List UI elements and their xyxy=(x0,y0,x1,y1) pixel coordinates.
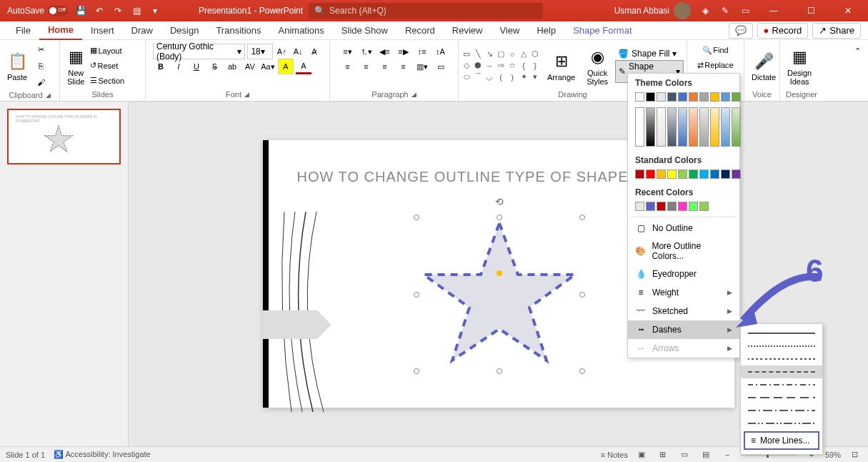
handle-bl[interactable] xyxy=(414,368,419,374)
color-shade-column[interactable] xyxy=(646,107,655,147)
handle-mr[interactable] xyxy=(579,292,585,298)
color-swatch[interactable] xyxy=(667,92,677,102)
user-account[interactable]: Usman Abbasi xyxy=(614,2,691,19)
tab-slideshow[interactable]: Slide Show xyxy=(333,21,396,40)
line-spacing-button[interactable]: ↕≡ xyxy=(414,44,430,59)
handle-tr[interactable] xyxy=(579,215,585,220)
qat-more-icon[interactable]: ▾ xyxy=(149,5,161,16)
case-button[interactable]: Aa▾ xyxy=(260,59,276,74)
format-painter[interactable]: 🖌 xyxy=(33,74,49,90)
color-shade-column[interactable] xyxy=(721,107,730,147)
arrows-item[interactable]: ↔Arrows▶ xyxy=(628,339,739,358)
design-ideas-button[interactable]: ▦Design Ideas xyxy=(783,43,816,89)
text-direction-button[interactable]: ↕A xyxy=(433,44,449,59)
find-button[interactable]: 🔍 Find xyxy=(702,43,728,57)
search-input[interactable]: 🔍 Search (Alt+Q) xyxy=(309,3,543,19)
arrange-button[interactable]: ⊞Arrange xyxy=(543,43,579,89)
dashes-item[interactable]: ┅Dashes▶ xyxy=(628,320,739,339)
color-swatch[interactable] xyxy=(732,169,741,179)
convert-smartart-button[interactable]: ▭ xyxy=(433,59,449,74)
color-swatch[interactable] xyxy=(667,169,677,179)
color-swatch[interactable] xyxy=(710,92,719,102)
star-shape-selection[interactable]: ⟲ xyxy=(416,217,582,371)
share-button[interactable]: ↗ Share xyxy=(812,23,861,39)
color-swatch[interactable] xyxy=(646,202,655,211)
spacing-button[interactable]: AV xyxy=(242,59,258,74)
color-shade-column[interactable] xyxy=(657,107,666,147)
color-shade-column[interactable] xyxy=(699,107,709,147)
tab-home[interactable]: Home xyxy=(39,21,82,40)
diamond-icon[interactable]: ◈ xyxy=(699,5,711,16)
handle-tl[interactable] xyxy=(414,215,419,220)
color-swatch[interactable] xyxy=(721,92,730,102)
color-swatch[interactable] xyxy=(689,202,698,211)
tab-design[interactable]: Design xyxy=(161,21,207,40)
decrease-font-icon[interactable]: A↓ xyxy=(290,44,306,59)
slide-counter[interactable]: Slide 1 of 1 xyxy=(6,451,45,459)
color-swatch[interactable] xyxy=(710,169,719,179)
color-swatch[interactable] xyxy=(635,169,644,179)
color-shade-column[interactable] xyxy=(667,107,677,147)
zoom-out-button[interactable]: − xyxy=(719,448,735,461)
record-button[interactable]: ●Record xyxy=(757,23,809,39)
color-swatch[interactable] xyxy=(635,202,644,211)
section-button[interactable]: ☰ Section xyxy=(90,74,124,88)
shadow-button[interactable]: ab xyxy=(224,59,240,74)
handle-tc[interactable] xyxy=(497,215,502,220)
eyedropper-item[interactable]: 💧Eyedropper xyxy=(628,265,739,283)
dash-square-dot[interactable] xyxy=(741,353,822,365)
color-swatch[interactable] xyxy=(657,169,666,179)
handle-bc[interactable] xyxy=(497,368,502,374)
quick-styles-button[interactable]: ◉Quick Styles xyxy=(582,43,612,89)
slideshow-view-button[interactable]: ▤ xyxy=(698,448,714,461)
new-slide-button[interactable]: ▦ New Slide xyxy=(63,43,89,89)
toggle-switch[interactable]: Off xyxy=(48,6,68,16)
font-color-button[interactable]: A xyxy=(296,59,311,74)
highlight-button[interactable]: A xyxy=(278,59,294,74)
justify-button[interactable]: ≡ xyxy=(396,59,411,74)
zoom-level[interactable]: 59% xyxy=(825,451,841,459)
dictate-button[interactable]: 🎤Dictate xyxy=(747,43,780,89)
save-icon[interactable]: 💾 xyxy=(75,5,86,16)
color-swatch[interactable] xyxy=(678,202,687,211)
accessibility-status[interactable]: ♿ Accessibility: Investigate xyxy=(54,450,151,459)
color-swatch[interactable] xyxy=(721,169,730,179)
no-outline-item[interactable]: ▢No Outline xyxy=(628,219,739,237)
comments-button[interactable]: 💬 xyxy=(729,23,753,39)
weight-item[interactable]: ≡Weight▶ xyxy=(628,283,739,302)
font-family-select[interactable]: Century Gothic (Body) ▾ xyxy=(153,44,245,59)
dash-long-dash-dot-dot[interactable] xyxy=(741,417,822,430)
copy-button[interactable]: ⎘ xyxy=(33,58,49,74)
color-swatch[interactable] xyxy=(646,169,655,179)
reset-button[interactable]: ↺ Reset xyxy=(90,59,124,73)
color-shade-column[interactable] xyxy=(678,107,687,147)
normal-view-button[interactable]: ▣ xyxy=(634,448,649,461)
sketched-item[interactable]: 〰Sketched▶ xyxy=(628,302,739,320)
dash-dash[interactable] xyxy=(741,365,822,378)
pen-icon[interactable]: ✎ xyxy=(719,5,731,16)
dash-round-dot[interactable] xyxy=(741,340,822,353)
increase-font-icon[interactable]: A↑ xyxy=(274,44,289,59)
align-left-button[interactable]: ≡ xyxy=(340,59,356,74)
slide-thumbnail[interactable]: HOW TO CHANGE OUTLINE TYPE OF SHAPE IN P… xyxy=(7,109,121,164)
shape-fill-button[interactable]: 🪣Shape Fill ▾ xyxy=(615,48,684,59)
collapse-ribbon-icon[interactable]: ⌃ xyxy=(849,43,865,59)
notes-button[interactable]: ≡ Notes xyxy=(601,451,628,459)
indent-dec-button[interactable]: ◀≡ xyxy=(377,44,393,59)
numbering-button[interactable]: ⒈▾ xyxy=(359,44,374,59)
paste-button[interactable]: 📋 Paste xyxy=(3,43,31,89)
color-swatch[interactable] xyxy=(732,92,741,102)
strike-button[interactable]: S̶ xyxy=(206,59,222,74)
layout-button[interactable]: ▦ Layout xyxy=(90,44,124,58)
color-shade-column[interactable] xyxy=(710,107,719,147)
font-size-select[interactable]: 18 ▾ xyxy=(247,44,273,59)
color-swatch[interactable] xyxy=(657,202,666,211)
sorter-view-button[interactable]: ⊞ xyxy=(655,448,671,461)
tab-shape-format[interactable]: Shape Format xyxy=(564,21,640,40)
color-swatch[interactable] xyxy=(635,92,644,102)
cut-button[interactable]: ✂ xyxy=(33,41,49,57)
tab-draw[interactable]: Draw xyxy=(123,21,161,40)
color-swatch[interactable] xyxy=(699,92,709,102)
fit-window-button[interactable]: ⊡ xyxy=(847,448,862,461)
handle-br[interactable] xyxy=(579,368,585,374)
